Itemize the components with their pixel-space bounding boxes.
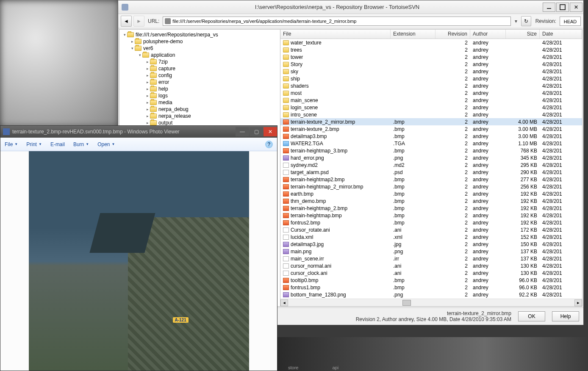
column-date[interactable]: Date [540, 30, 582, 39]
maximize-button[interactable] [556, 3, 569, 12]
file-row[interactable]: terrain-texture_2_mirror.bmp.bmp2andrey4… [280, 118, 582, 125]
file-row[interactable]: Cursor_rotate.ani.ani2andrey172 KB4/28/2… [280, 226, 582, 233]
file-row[interactable]: intro_scene2andrey4/28/201 [280, 111, 582, 118]
file-list[interactable]: water_texture2andrey4/28/201trees2andrey… [280, 39, 582, 299]
tree-item[interactable]: ▸polusphere-demo [120, 38, 279, 45]
tree-item[interactable]: ▸nerpa_debug [120, 106, 279, 113]
tree-item[interactable]: ▸logs [120, 92, 279, 99]
pv-menu-file[interactable]: File▼ [5, 141, 18, 147]
file-row[interactable]: cursor_clock.ani.ani2andrey130 KB4/28/20… [280, 269, 582, 277]
tree-item[interactable]: ▸nerpa_release [120, 113, 279, 119]
file-row[interactable]: main_scene2andrey4/28/201 [280, 97, 582, 104]
file-row[interactable]: fontrus1.bmp.bmp2andrey96.0 KB4/28/201 [280, 284, 582, 291]
file-row[interactable]: shaders2andrey4/28/201 [280, 82, 582, 89]
tree-expander-icon[interactable]: ▸ [145, 94, 150, 98]
tree-expander-icon[interactable]: ▸ [145, 107, 150, 111]
scroll-thumb[interactable] [402, 300, 411, 306]
column-extension[interactable]: Extension [391, 30, 435, 39]
scroll-right-icon[interactable]: ► [574, 299, 582, 306]
forward-button[interactable]: ► [133, 16, 144, 27]
column-revision[interactable]: Revision [435, 30, 470, 39]
taskbar-item[interactable]: api [332, 365, 338, 370]
file-row[interactable]: terrain-texture_2.bmp.bmp2andrey3.00 MB4… [280, 125, 582, 133]
file-row[interactable]: trees2andrey4/28/201 [280, 46, 582, 53]
ok-button[interactable]: OK [518, 311, 545, 321]
file-row[interactable]: bottom_frame_1280.png.png2andrey92.2 KB4… [280, 291, 582, 298]
file-row[interactable]: detailmap3.jpg.jpg2andrey150 KB4/28/201 [280, 241, 582, 248]
url-input[interactable]: file:///I:/server/Repositories/nerpa_vs/… [163, 17, 510, 26]
tree-expander-icon[interactable]: ▸ [145, 121, 150, 125]
file-row[interactable]: sky2andrey4/28/201 [280, 68, 582, 75]
file-row[interactable]: terrain-heightmap2.bmp.bmp2andrey277 KB4… [280, 176, 582, 183]
file-row[interactable]: fontrus2.bmp.bmp2andrey192 KB4/28/201 [280, 219, 582, 226]
file-icon [283, 127, 289, 132]
pv-menu-open[interactable]: Open▼ [97, 141, 115, 147]
file-row[interactable]: thm_demo.bmp.bmp2andrey192 KB4/28/201 [280, 197, 582, 205]
file-row[interactable]: WATER2.TGA.TGA2andrey1.10 MB4/28/201 [280, 140, 582, 147]
tree-item[interactable]: ▸7zip [120, 58, 279, 65]
back-button[interactable]: ◄ [121, 16, 132, 27]
pv-menu-print[interactable]: Print▼ [26, 141, 42, 147]
tree-expander-icon[interactable]: ▸ [145, 73, 150, 78]
file-rev: 2 [435, 270, 470, 276]
file-row[interactable]: terrain-heightmap_3.bmp.bmp2andrey768 KB… [280, 147, 582, 154]
file-row[interactable]: target_alarm.psd.psd2andrey290 KB4/28/20… [280, 169, 582, 176]
tree-item[interactable]: ▸help [120, 86, 279, 92]
file-row[interactable]: water_texture2andrey4/28/201 [280, 39, 582, 46]
file-row[interactable]: login_scene2andrey4/28/201 [280, 104, 582, 111]
file-row[interactable]: Story2andrey4/28/201 [280, 61, 582, 68]
column-author[interactable]: Author [470, 30, 506, 39]
pv-minimize-button[interactable]: — [236, 127, 249, 136]
tree-expander-icon[interactable]: ▾ [122, 33, 127, 37]
file-row[interactable]: lucida.xml.xml2andrey152 KB4/28/201 [280, 233, 582, 241]
tree-item[interactable]: ▸error [120, 79, 279, 86]
file-row[interactable]: terrain-heightmap_2_mirror.bmp.bmp2andre… [280, 183, 582, 190]
tree-item[interactable]: ▾file:///I:/server/Repositories/nerpa_vs [120, 31, 279, 38]
file-row[interactable]: earth.bmp.bmp2andrey192 KB4/28/201 [280, 190, 582, 197]
pv-menu-burn[interactable]: Burn▼ [73, 141, 89, 147]
column-file[interactable]: File [280, 30, 391, 39]
minimize-button[interactable] [543, 3, 555, 12]
tree-expander-icon[interactable]: ▸ [145, 114, 150, 118]
file-row[interactable]: terrain-heightmap_2.bmp.bmp2andrey192 KB… [280, 205, 582, 212]
tree-item[interactable]: ▾ver6 [120, 45, 279, 52]
titlebar[interactable]: I:\server\Repositories\nerpa_vs - Reposi… [118, 0, 583, 14]
horizontal-scrollbar[interactable]: ◄ ► [280, 299, 582, 306]
file-row[interactable]: tower2andrey4/28/201 [280, 53, 582, 61]
file-row[interactable]: main.png.png2andrey137 KB4/28/201 [280, 248, 582, 255]
file-row[interactable]: most2andrey4/28/201 [280, 89, 582, 97]
file-row[interactable]: tooltip0.bmp.bmp2andrey96.0 KB4/28/201 [280, 277, 582, 284]
pv-titlebar[interactable]: terrain-texture_2.bmp-revHEAD.svn000.tmp… [0, 126, 277, 138]
file-row[interactable]: detailmap3.bmp.bmp2andrey3.00 MB4/28/201 [280, 133, 582, 140]
column-size[interactable]: Size [506, 30, 540, 39]
tree-item[interactable]: ▸capture [120, 65, 279, 72]
file-row[interactable]: hard_error.png.png2andrey345 KB4/28/201 [280, 154, 582, 161]
tree-expander-icon[interactable]: ▸ [145, 100, 150, 105]
file-row[interactable]: ship2andrey4/28/201 [280, 75, 582, 82]
file-row[interactable]: main_scene.irr.irr2andrey137 KB4/28/201 [280, 255, 582, 262]
pv-help-icon[interactable]: ? [265, 141, 273, 148]
file-row[interactable]: terrain-heightmap.bmp.bmp2andrey192 KB4/… [280, 212, 582, 219]
file-row[interactable]: sydney.md2.md22andrey295 KB4/28/201 [280, 161, 582, 169]
tree-expander-icon[interactable]: ▸ [145, 66, 150, 71]
tree-expander-icon[interactable]: ▾ [130, 46, 135, 50]
tree-expander-icon[interactable]: ▾ [137, 53, 142, 57]
tree-expander-icon[interactable]: ▸ [145, 87, 150, 91]
close-button[interactable] [570, 3, 582, 12]
tree-expander-icon[interactable]: ▸ [145, 80, 150, 84]
help-button[interactable]: Help [552, 311, 579, 321]
pv-close-button[interactable]: ✕ [263, 127, 277, 136]
url-dropdown[interactable]: ▾ [513, 18, 519, 24]
tree-item[interactable]: ▸media [120, 99, 279, 106]
tree-expander-icon[interactable]: ▸ [130, 39, 135, 44]
tree-item[interactable]: ▾application [120, 52, 279, 58]
tree-expander-icon[interactable]: ▸ [145, 60, 150, 64]
file-row[interactable]: cursor_normal.ani.ani2andrey130 KB4/28/2… [280, 262, 582, 269]
pv-maximize-button[interactable]: ▢ [250, 127, 263, 136]
scroll-left-icon[interactable]: ◄ [280, 299, 288, 306]
tree-item[interactable]: ▸config [120, 72, 279, 79]
refresh-button[interactable]: ↻ [521, 16, 531, 26]
revision-input[interactable]: HEAD [560, 17, 581, 26]
pv-menu-email[interactable]: E-mail [50, 141, 65, 147]
taskbar-item[interactable]: store [288, 365, 298, 370]
